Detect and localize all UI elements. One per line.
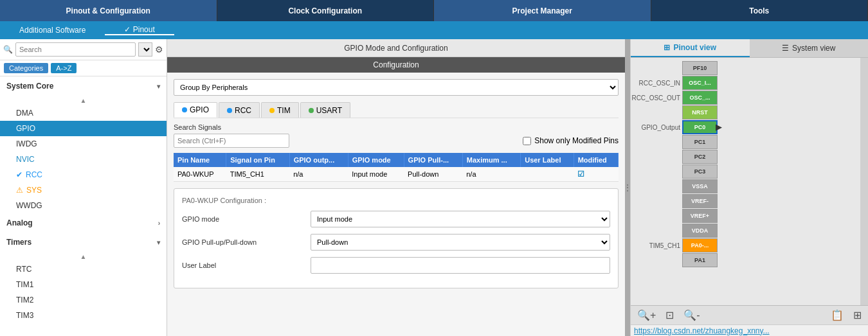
sidebar-item-gpio[interactable]: GPIO	[0, 121, 167, 136]
cell-user-label	[521, 167, 574, 182]
search-input[interactable]	[15, 42, 136, 57]
col-gpio-mode: GPIO mode	[348, 153, 404, 167]
nvic-label: NVIC	[16, 155, 35, 164]
sidebar-section-timers: Timers ▾ ▲ RTC TIM1 TIM2	[0, 233, 167, 323]
ptab-rcc[interactable]: RCC	[219, 102, 260, 118]
filter-az-button[interactable]: A->Z	[51, 63, 77, 73]
col-signal: Signal on Pin	[226, 153, 289, 167]
chip-pin-pc3[interactable]: PC3	[682, 164, 718, 179]
tab-tools[interactable]: Tools	[651, 0, 869, 21]
chip-pin-vref-minus[interactable]: VREF-	[682, 194, 718, 208]
sidebar-section-header-timers[interactable]: Timers ▾	[0, 233, 167, 252]
sidebar-item-tim3[interactable]: TIM3	[0, 308, 167, 323]
tim-dot	[269, 108, 275, 113]
bottom-bar-left-icons: 🔍+ ⊡ 🔍-	[637, 309, 700, 321]
sys-label: SYS	[26, 186, 42, 195]
sidebar-item-wwdg[interactable]: WWDG	[0, 198, 167, 213]
sidebar-item-rtc[interactable]: RTC	[0, 261, 167, 277]
chip-pin-vref-plus[interactable]: VREF+	[682, 209, 718, 223]
sidebar-search-row: 🔍 ⚙	[0, 39, 167, 60]
timers-scroll-up-arrow[interactable]: ▲	[80, 253, 87, 260]
chip-pin-rcc-osc-out[interactable]: OSC_...	[682, 91, 718, 105]
user-label-input[interactable]	[311, 257, 610, 274]
timers-arrow: ▾	[157, 239, 160, 246]
sidebar-item-tim1[interactable]: TIM1	[0, 277, 167, 292]
tim3-label: TIM3	[16, 311, 33, 320]
sidebar-section-header-system-core[interactable]: System Core ▾	[0, 76, 167, 96]
system-core-items: DMA GPIO IWDG NVIC ✔ RCC	[0, 105, 167, 213]
modified-checkmark: ☑	[577, 170, 584, 179]
modified-pins-label: Show only Modified Pins	[534, 136, 619, 145]
top-nav: Pinout & Configuration Clock Configurati…	[0, 0, 868, 21]
col-user-label: User Label	[521, 153, 574, 167]
ptab-gpio[interactable]: GPIO	[174, 102, 217, 118]
rcc-check-icon: ✔	[16, 170, 23, 179]
system-view-label: System view	[792, 44, 835, 53]
user-label-label: User Label	[182, 261, 311, 269]
filter-categories-button[interactable]: Categories	[4, 63, 48, 73]
gpio-pull-select[interactable]: No pull-up and no pull-down Pull-up Pull…	[311, 234, 610, 251]
pinout-view: RCC_OSC_IN RCC_OSC_OUT GPIO_Output TIM5_…	[631, 58, 868, 305]
pinout-view-icon: ⊞	[664, 43, 670, 52]
chip-pin-nrst[interactable]: NRST	[682, 105, 718, 119]
search-dropdown[interactable]	[138, 42, 152, 57]
right-panel-tabs: ⊞ Pinout view ☰ System view	[631, 39, 868, 58]
sidebar-item-tim2[interactable]: TIM2	[0, 292, 167, 308]
right-scrollbar[interactable]	[860, 58, 868, 305]
rpanel-tab-system-view[interactable]: ☰ System view	[750, 39, 869, 57]
group-by-select[interactable]: Group By Peripherals Group By Modes	[174, 79, 619, 96]
tim1-label: TIM1	[16, 280, 33, 289]
gear-icon[interactable]: ⚙	[155, 44, 163, 55]
export-icon[interactable]: 📋	[831, 309, 844, 321]
chip-pin-pa0[interactable]: PA0-...	[682, 238, 718, 252]
config-header-label: Configuration	[373, 60, 419, 69]
url-bar[interactable]: https://blog.csdn.net/zhuangkeg_xnny...	[631, 324, 868, 336]
modified-pins-checkbox[interactable]	[523, 137, 531, 145]
cell-gpio-pull: Pull-down	[404, 167, 462, 182]
zoom-out-icon[interactable]: 🔍-	[683, 309, 700, 321]
scroll-up-arrow[interactable]: ▲	[80, 97, 87, 104]
center-body: Group By Peripherals Group By Modes GPIO…	[167, 73, 625, 336]
chip-pin-pf10[interactable]: PF10	[682, 61, 718, 75]
rpanel-tab-pinout-view[interactable]: ⊞ Pinout view	[631, 39, 750, 57]
zoom-in-icon[interactable]: 🔍+	[637, 309, 656, 321]
sidebar-section-header-analog[interactable]: Analog ›	[0, 213, 167, 233]
tab-project-label: Project Manager	[512, 6, 572, 15]
chip-pin-pa1[interactable]: PA1	[682, 253, 718, 267]
signals-search-input[interactable]	[174, 134, 289, 148]
center-content: GPIO Mode and Configuration Configuratio…	[167, 39, 625, 336]
chip-pin-rcc-osc-in[interactable]: OSC_I...	[682, 76, 718, 90]
center-header-title: GPIO Mode and Configuration	[344, 44, 448, 53]
pin-label-rcc-osc-in: RCC_OSC_IN	[639, 76, 680, 90]
sidebar-item-sys[interactable]: ⚠ SYS	[0, 182, 167, 198]
sidebar-item-nvic[interactable]: NVIC	[0, 152, 167, 167]
pin-label-pa1	[678, 253, 680, 267]
gpio-mode-select[interactable]: Input mode Output Push Pull Alternate Fu…	[311, 211, 610, 227]
chip-pin-gpio-output[interactable]: PC0 ▶	[682, 120, 718, 134]
chip-pin-pc2[interactable]: PC2	[682, 150, 718, 164]
sidebar-filter-row: Categories A->Z	[0, 60, 167, 76]
layout-icon[interactable]: ⊞	[853, 309, 862, 321]
col-maximum: Maximum ...	[462, 153, 520, 167]
ptab-usart[interactable]: USART	[300, 102, 350, 118]
chip-pin-vssa[interactable]: VSSA	[682, 179, 718, 193]
tab-clock[interactable]: Clock Configuration	[217, 0, 435, 21]
tab-pinout[interactable]: Pinout & Configuration	[0, 0, 217, 21]
gpio-mode-label: GPIO mode	[182, 215, 311, 223]
table-row[interactable]: PA0-WKUP TIM5_CH1 n/a Input mode Pull-do…	[174, 167, 619, 182]
nav-pinout[interactable]: ✓ Pinout	[105, 25, 174, 35]
tab-project[interactable]: Project Manager	[434, 0, 651, 21]
sidebar-item-dma[interactable]: DMA	[0, 105, 167, 121]
zoom-fit-icon[interactable]: ⊡	[665, 309, 674, 321]
pin-label-pf10	[678, 61, 680, 75]
chip-pin-vdda[interactable]: VDDA	[682, 224, 718, 238]
chip-pin-pc1[interactable]: PC1	[682, 135, 718, 149]
sidebar-item-iwdg[interactable]: IWDG	[0, 136, 167, 152]
sidebar-item-rcc[interactable]: ✔ RCC	[0, 167, 167, 182]
nav-additional-software[interactable]: Additional Software	[0, 26, 105, 35]
center-right-divider[interactable]: ⋮	[625, 39, 630, 336]
main-layout: 🔍 ⚙ Categories A->Z System Core ▾ ▲	[0, 39, 868, 336]
table-header-row: Pin Name Signal on Pin GPIO outp... GPIO…	[174, 153, 619, 167]
group-by-row: Group By Peripherals Group By Modes	[174, 79, 619, 96]
ptab-tim[interactable]: TIM	[261, 102, 299, 118]
